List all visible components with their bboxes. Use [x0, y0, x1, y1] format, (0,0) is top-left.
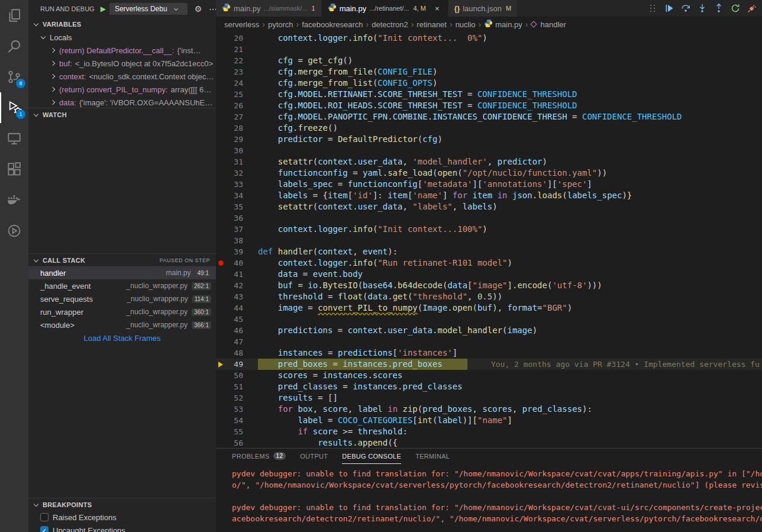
breakpoint-row[interactable]: Raised Exceptions: [28, 511, 216, 524]
code-line[interactable]: 23 cfg.merge_from_file(CONFIG_FILE): [216, 66, 762, 78]
panel-tab-debug-console[interactable]: DEBUG CONSOLE: [342, 449, 401, 464]
disconnect-button[interactable]: [745, 2, 758, 15]
breakpoint-icon[interactable]: [216, 260, 225, 266]
variable-row[interactable]: buf:<_io.BytesIO object at 0x7f5a2dc1ecc…: [28, 57, 216, 70]
activity-item-remote-explorer[interactable]: [0, 123, 28, 154]
variable-row[interactable]: (return) DefaultPredictor.__call__:{'ins…: [28, 44, 216, 57]
activity-item-source-control[interactable]: 8: [0, 62, 28, 92]
stack-frame-row[interactable]: run_wrapper_nuclio_wrapper.py360:1: [28, 305, 216, 318]
code-line[interactable]: 31 setattr(context.user_data, 'model_han…: [216, 156, 762, 167]
line-gutter[interactable]: 21: [216, 44, 243, 55]
line-gutter[interactable]: 25: [216, 89, 243, 100]
breadcrumb-item[interactable]: serverless: [224, 20, 259, 29]
code-line[interactable]: 52 results = []: [216, 392, 762, 404]
debug-console-output[interactable]: pydev debugger: unable to find translati…: [216, 464, 762, 532]
activity-item-docker[interactable]: [0, 185, 28, 215]
code-line[interactable]: 29 predictor = DefaultPredictor(cfg): [216, 134, 762, 145]
line-gutter[interactable]: 27: [216, 111, 243, 122]
line-gutter[interactable]: 30: [216, 145, 243, 156]
code-line[interactable]: 43 threshold = float(data.get("threshold…: [216, 291, 762, 302]
call-stack-section-header[interactable]: CALL STACK PAUSED ON STEP: [28, 253, 216, 266]
code-line[interactable]: 39def handler(context, event):: [216, 246, 762, 257]
start-debugging-button[interactable]: ▶: [101, 5, 106, 13]
code-line[interactable]: 35 setattr(context.user_data, "labels", …: [216, 201, 762, 212]
breadcrumb-item[interactable]: facebookresearch: [302, 20, 363, 29]
stack-frame-row[interactable]: serve_requests_nuclio_wrapper.py114:1: [28, 292, 216, 305]
code-line[interactable]: 20 context.logger.info("Init context... …: [216, 33, 762, 44]
line-gutter[interactable]: 53: [216, 404, 243, 415]
variables-section-header[interactable]: VARIABLES: [28, 18, 216, 31]
stack-frame-row[interactable]: <module>_nuclio_wrapper.py366:1: [28, 318, 216, 331]
panel-tab-output[interactable]: OUTPUT: [300, 449, 328, 464]
line-gutter[interactable]: 31: [216, 156, 243, 167]
line-gutter[interactable]: 47: [216, 336, 243, 347]
code-line[interactable]: 56 results.append({: [216, 437, 762, 448]
line-gutter[interactable]: 35: [216, 201, 243, 212]
code-line[interactable]: 40 context.logger.info("Run retinanet-R1…: [216, 257, 762, 269]
activity-item-explorer[interactable]: [0, 0, 28, 31]
line-gutter[interactable]: 32: [216, 167, 243, 179]
code-line[interactable]: 30: [216, 145, 762, 156]
line-gutter[interactable]: 44: [216, 302, 243, 314]
code-line[interactable]: 33 labels_spec = functionconfig['metadat…: [216, 179, 762, 190]
watch-section-header[interactable]: WATCH: [28, 108, 216, 121]
editor-tab[interactable]: main.py.../retinanet/...4, M×: [322, 0, 448, 17]
line-gutter[interactable]: 51: [216, 381, 243, 392]
code-line[interactable]: 24 cfg.merge_from_list(CONFIG_OPTS): [216, 78, 762, 89]
checkbox-unchecked[interactable]: [40, 513, 49, 521]
panel-tab-problems[interactable]: PROBLEMS12: [232, 449, 286, 464]
line-gutter[interactable]: 36: [216, 212, 243, 224]
breakpoint-row[interactable]: ✓Uncaught Exceptions: [28, 524, 216, 532]
breadcrumb-item[interactable]: detectron2: [372, 20, 408, 29]
variable-row[interactable]: context:<nuclio_sdk.context.Context obje…: [28, 70, 216, 83]
step-out-button[interactable]: [712, 2, 725, 15]
line-gutter[interactable]: 28: [216, 122, 243, 134]
activity-item-search[interactable]: [0, 31, 28, 62]
code-line[interactable]: 55 if score >= threshold:: [216, 426, 762, 437]
activity-item-extensions[interactable]: [0, 154, 28, 185]
code-line[interactable]: 27 cfg.MODEL.PANOPTIC_FPN.COMBINE.INSTAN…: [216, 111, 762, 122]
load-all-stack-frames-link[interactable]: Load All Stack Frames: [28, 331, 216, 344]
checkbox-checked[interactable]: ✓: [40, 526, 49, 532]
line-gutter[interactable]: 42: [216, 280, 243, 291]
code-line[interactable]: 25 cfg.MODEL.RETINANET.SCORE_THRESH_TEST…: [216, 89, 762, 100]
current-frame-arrow-icon[interactable]: [216, 362, 225, 367]
stack-frame-row[interactable]: handlermain.py49:1: [28, 266, 216, 279]
line-gutter[interactable]: 26: [216, 100, 243, 111]
breadcrumb-item[interactable]: main.py: [484, 19, 522, 30]
breakpoints-section-header[interactable]: BREAKPOINTS: [28, 498, 216, 511]
line-gutter[interactable]: 48: [216, 347, 243, 359]
line-gutter[interactable]: 55: [216, 426, 243, 437]
restart-button[interactable]: [729, 2, 742, 15]
code-line[interactable]: 49 pred_boxes = instances.pred_boxesYou,…: [216, 359, 762, 370]
line-gutter[interactable]: 43: [216, 291, 243, 302]
code-line[interactable]: 36: [216, 212, 762, 224]
line-gutter[interactable]: 38: [216, 235, 243, 246]
editor-tab[interactable]: main.py.../siammask/...1: [216, 0, 322, 17]
line-gutter[interactable]: 46: [216, 325, 243, 336]
line-gutter[interactable]: 56: [216, 437, 243, 448]
line-gutter[interactable]: 45: [216, 314, 243, 325]
variable-row[interactable]: data:{'image': 'iVBOR.OXG=AAAANSUhE…: [28, 96, 216, 108]
code-line[interactable]: 28 cfg.freeze(): [216, 122, 762, 134]
line-gutter[interactable]: 49: [216, 359, 243, 370]
variables-scope-locals[interactable]: Locals: [28, 31, 216, 44]
code-line[interactable]: 37 context.logger.info("Init context...1…: [216, 224, 762, 235]
editor-tab[interactable]: {}launch.jsonM: [448, 0, 518, 17]
step-into-button[interactable]: [696, 2, 709, 15]
code-line[interactable]: 42 buf = io.BytesIO(base64.b64decode(dat…: [216, 280, 762, 291]
code-line[interactable]: 50 scores = instances.scores: [216, 370, 762, 381]
code-line[interactable]: 48 instances = predictions['instances']: [216, 347, 762, 359]
line-gutter[interactable]: 52: [216, 392, 243, 404]
breadcrumb-item[interactable]: nuclio: [456, 20, 476, 29]
code-line[interactable]: 53 for box, score, label in zip(pred_box…: [216, 404, 762, 415]
code-line[interactable]: 34 labels = {item['id']: item['name'] fo…: [216, 190, 762, 201]
code-line[interactable]: 32 functionconfig = yaml.safe_load(open(…: [216, 167, 762, 179]
code-line[interactable]: 38: [216, 235, 762, 246]
more-actions-icon[interactable]: ⋯: [209, 4, 216, 14]
code-line[interactable]: 41 data = event.body: [216, 269, 762, 280]
line-gutter[interactable]: 23: [216, 66, 243, 78]
code-line[interactable]: 51 pred_classes = instances.pred_classes: [216, 381, 762, 392]
line-gutter[interactable]: 41: [216, 269, 243, 280]
code-line[interactable]: 54 label = COCO_CATEGORIES[int(label)]["…: [216, 415, 762, 426]
